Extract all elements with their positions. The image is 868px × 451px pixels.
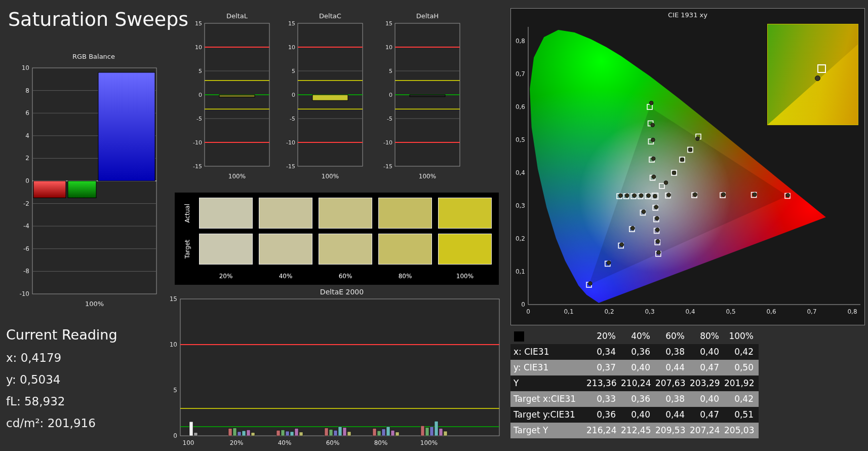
current-reading-title: Current Reading [6,327,163,343]
table-cell: 209,53 [655,423,690,438]
actual-swatch-40% [259,198,312,229]
x-axis-label: 40% [278,439,292,446]
delta-c-chart[interactable]: DeltaC 151050-5-10-15100% [280,12,366,183]
cie-measured-red [693,193,697,197]
tick-label: 0,1 [564,308,573,315]
cie-measured-red [667,193,671,197]
table-corner-box [514,331,524,342]
x-axis-label: 20% [230,439,244,446]
tick-label: -10 [193,139,202,146]
tick-label: -15 [286,163,295,170]
deltae-bar [247,430,250,436]
table-cell: 0,36 [621,391,655,407]
tick-label: 0 [526,308,530,315]
tick-label: 15 [385,20,392,27]
tick-label: 0,2 [516,235,525,242]
measurement-table[interactable]: 20%40%60%80%100%x: CIE310,340,360,380,40… [510,328,760,438]
tick-label: 0 [292,92,295,98]
cie-measured-yellow [696,137,700,141]
tick-label: -2 [23,200,29,207]
tick-label: -10 [19,290,29,297]
table-cell: 0,50 [724,360,759,375]
tick-label: 2 [25,155,29,162]
table-cell: 205,03 [724,423,759,438]
x-axis-label: 60% [326,439,340,446]
tick-label: 0 [25,177,29,184]
tick-label: 6 [25,109,29,117]
deltae-2000-chart[interactable]: DeltaE 2000 05101510020%40%60%80%100% [167,288,503,449]
table-cell: 0,47 [690,360,724,375]
deltae-bar [347,432,351,436]
table-cell: 0,36 [586,407,621,423]
deltae-bar [425,428,429,436]
target-swatch-60% [319,234,372,265]
table-cell: 207,24 [690,423,724,438]
cie-measured-red [753,193,757,197]
actual-swatch-20% [199,198,253,229]
tick-label: -10 [286,139,295,146]
deltae-plot[interactable]: 05101510020%40%60%80%100% [167,296,503,447]
delta-h-title: DeltaH [377,12,463,20]
swatch-col-label: 20% [199,273,253,280]
reading-fl: fL: 58,932 [6,395,163,408]
table-col-header: 20% [586,328,621,344]
cie-measured-blue [620,243,624,247]
tick-label: 5 [173,387,177,394]
delta-l-plot[interactable]: 151050-5-10-15100% [186,20,272,181]
deltae-bar [325,428,328,436]
table-cell: 0,44 [655,360,690,375]
deltae-bar [338,427,342,436]
table-col-header: 100% [724,328,759,344]
actual-swatch-100% [438,198,492,229]
tick-label: 0 [199,92,202,98]
cie-measured-green [649,101,653,105]
table-cell: 207,63 [655,375,690,391]
deltae-bar [391,430,394,436]
table-cell: 0,42 [724,391,759,407]
cie-measured-magenta [655,216,659,220]
deltae-bar [382,429,385,436]
rgb-bar-blue [98,72,155,181]
delta-h-plot[interactable]: 151050-5-10-15100% [377,20,463,181]
cie-measured-red [786,193,790,197]
inset-gradient-wedge [768,24,858,125]
tick-label: -5 [290,116,295,122]
delta-h-chart[interactable]: DeltaH 151050-5-10-15100% [377,12,463,183]
tick-label: 0,7 [807,308,816,315]
deltae-bar [238,432,241,436]
deltae-bar [329,429,333,436]
cie-measured-blue [631,226,635,230]
tick-label: 0 [173,432,177,439]
reading-y: y: 0,5034 [6,373,163,386]
actual-swatch-80% [378,198,432,229]
cie-measured-green [651,138,655,142]
deltae-bar [396,432,399,436]
deltae-bar [373,429,376,436]
delta-bar [219,95,255,97]
table-row-label: Target Y [510,423,586,438]
tick-label: 0,4 [685,308,695,315]
delta-l-chart[interactable]: DeltaL 151050-5-10-15100% [186,12,272,183]
cie-1931-chart[interactable]: CIE 1931 xy 00,10,20,30,40,50,60,70,800,… [510,8,865,325]
deltae-bar [299,432,303,436]
deltae-bar [189,422,193,436]
deltae-bar [290,432,294,436]
rgb-balance-chart[interactable]: RGB Balance 1086420-2-4-6-8-10100% [15,53,162,312]
swatch-compare-panel[interactable]: ActualTarget20%40%60%80%100% [175,193,499,285]
tick-label: 10 [288,44,295,51]
tick-label: 0,8 [847,308,857,315]
delta-l-title: DeltaL [186,12,272,20]
cie-measured-green [651,157,655,161]
table-row-label: Y [510,375,586,391]
deltae-bar [251,433,255,436]
rgb-bar-red [33,181,66,198]
swatch-col-label: 40% [259,273,312,280]
table-col-header: 40% [621,328,655,344]
delta-c-plot[interactable]: 151050-5-10-15100% [280,20,366,181]
rgb-balance-plot[interactable]: 1086420-2-4-6-8-10100% [15,61,162,310]
cie-measured-blue [607,261,611,265]
page-title: Saturation Sweeps [8,8,188,30]
tick-label: -15 [383,163,392,170]
deltae-title: DeltaE 2000 [167,288,503,296]
tick-label: 0,3 [516,202,525,209]
